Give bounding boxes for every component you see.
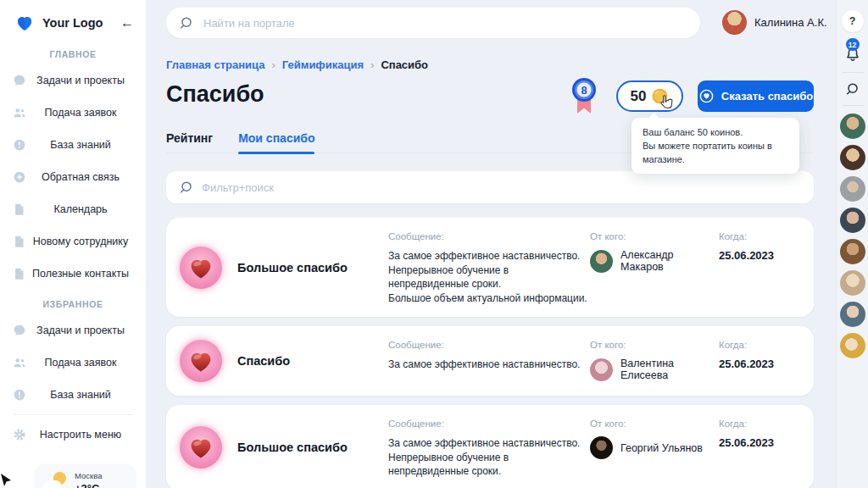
people-icon	[12, 105, 27, 120]
thanks-card[interactable]: Большое спасибо Сообщение: За самое эффе…	[166, 218, 814, 317]
section-label-main: ГЛАВНОЕ	[0, 49, 146, 59]
contact-avatar[interactable]	[840, 333, 865, 358]
sun-cloud-icon	[42, 472, 68, 488]
help-button[interactable]: ?	[842, 10, 864, 32]
thanks-date: 25.06.2023	[719, 358, 798, 370]
thanks-card[interactable]: Спасибо Сообщение: За самое эффективное …	[166, 326, 814, 396]
document-icon	[12, 266, 27, 281]
sidebar-fav-requests[interactable]: Подача заявок	[0, 347, 146, 379]
gear-icon	[12, 427, 27, 442]
sender-avatar[interactable]	[590, 358, 613, 381]
document-icon	[12, 234, 27, 249]
current-user-name: Калинина А.К.	[754, 16, 827, 29]
sender-avatar[interactable]	[590, 436, 613, 459]
breadcrumb-home[interactable]: Главная страница	[166, 58, 264, 71]
breadcrumb-current: Спасибо	[381, 58, 428, 71]
breadcrumb: Главная страница › Геймификация › Спасиб…	[166, 58, 428, 71]
logo-row: Your Logo ←	[0, 10, 146, 36]
sender-avatar[interactable]	[590, 250, 613, 273]
current-user[interactable]: Калинина А.К.	[722, 10, 827, 35]
brand-name: Your Logo	[42, 16, 120, 30]
sender-name: Георгий Ульянов	[620, 442, 703, 454]
contact-avatar[interactable]	[840, 239, 865, 264]
nav-favorites: Задачи и проекты Подача заявок База знан…	[0, 314, 146, 411]
heart-badge-icon	[178, 424, 224, 470]
rail-divider	[842, 72, 864, 73]
filter-search-input[interactable]	[166, 171, 814, 203]
plus-circle-icon	[12, 169, 27, 185]
notifications-badge: 12	[846, 38, 860, 51]
help-icon: ?	[849, 15, 856, 27]
contact-avatar[interactable]	[840, 302, 865, 327]
weather-widget[interactable]: Москва +2°C	[34, 463, 136, 488]
sidebar-item-menu-settings[interactable]: Настроить меню	[0, 419, 146, 451]
info-icon	[12, 137, 27, 152]
message-line: За самое эффективное наставничество.	[388, 249, 590, 263]
say-thanks-button[interactable]: Сказать спасибо	[698, 80, 814, 112]
brand-heart-icon	[14, 12, 36, 34]
balance-tooltip: Ваш баланс 50 коинов. Вы можете портатит…	[632, 118, 799, 174]
contact-avatar[interactable]	[840, 208, 865, 233]
sidebar-item-requests[interactable]: Подача заявок	[0, 97, 146, 129]
contact-avatar[interactable]	[840, 114, 865, 139]
sender-name: Валентина Елисеева	[620, 358, 719, 381]
people-icon	[12, 355, 27, 370]
right-rail: ? 12	[836, 0, 868, 488]
when-label: Когда:	[719, 231, 798, 241]
coin-balance-pill[interactable]: 50	[616, 80, 683, 112]
contact-avatar[interactable]	[840, 145, 865, 170]
message-line: За самое эффективное наставничество.	[388, 358, 590, 372]
sidebar-fav-tasks[interactable]: Задачи и проекты	[0, 314, 146, 347]
message-label: Сообщение:	[388, 419, 590, 429]
tab-my-thanks[interactable]: Мои спасибо	[238, 131, 314, 152]
sidebar-item-newcomer[interactable]: Новому сотруднику	[0, 225, 146, 258]
thanks-list: Большое спасибо Сообщение: За самое эффе…	[166, 218, 814, 488]
message-label: Сообщение:	[388, 340, 590, 350]
hand-pointer-cursor-icon	[657, 93, 676, 113]
tooltip-line-1: Ваш баланс 50 коинов.	[643, 125, 788, 139]
heart-circle-icon	[698, 88, 715, 104]
heart-badge-icon	[178, 245, 224, 291]
breadcrumb-gamification[interactable]: Геймификация	[282, 58, 364, 71]
thanks-card[interactable]: Большое спасибо Сообщение: За самое эффе…	[166, 405, 814, 488]
thanks-date: 25.06.2023	[719, 436, 798, 449]
sidebar-item-contacts[interactable]: Полезные контакты	[0, 258, 146, 290]
sidebar-item-feedback[interactable]: Обратная связь	[0, 161, 146, 193]
sidebar-collapse-icon[interactable]: ←	[120, 15, 134, 30]
tooltip-caret	[648, 113, 659, 124]
sidebar-item-calendar[interactable]: Календарь	[0, 193, 146, 225]
sidebar-fav-knowledge[interactable]: База знаний	[0, 379, 146, 411]
message-line: Непрерывное обучение в непредвиденные ср…	[388, 263, 590, 291]
tab-rating[interactable]: Рейтинг	[166, 131, 213, 152]
nav-main: Задачи и проекты Подача заявок База знан…	[0, 64, 146, 290]
sidebar-item-tasks[interactable]: Задачи и проекты	[0, 64, 146, 97]
sidebar: Your Logo ← ГЛАВНОЕ Задачи и проекты Под…	[0, 0, 146, 488]
chevron-right-icon: ›	[370, 58, 374, 71]
rail-search-icon[interactable]	[844, 80, 861, 97]
chat-icon	[12, 323, 27, 338]
message-label: Сообщение:	[388, 231, 590, 241]
from-label: От кого:	[590, 419, 719, 429]
portal-search-input[interactable]	[166, 8, 700, 38]
coin-balance-value: 50	[631, 88, 647, 105]
award-ribbon-badge[interactable]: 8	[570, 77, 598, 119]
chevron-right-icon: ›	[271, 58, 275, 71]
contact-avatar[interactable]	[840, 176, 865, 202]
thanks-date: 25.06.2023	[719, 249, 798, 262]
info-icon	[12, 387, 27, 402]
notifications-button[interactable]: 12	[843, 44, 862, 64]
sidebar-item-knowledge[interactable]: База знаний	[0, 129, 146, 161]
page-title: Спасибо	[166, 81, 264, 108]
search-icon	[178, 179, 195, 196]
thanks-title: Большое спасибо	[237, 261, 348, 274]
message-line: Непрерывное обучение в непредвиденные ср…	[388, 451, 590, 479]
contact-avatar[interactable]	[840, 270, 865, 296]
portal-search	[166, 8, 700, 38]
heart-badge-icon	[178, 338, 224, 384]
weather-temperature: +2°C	[75, 482, 102, 488]
current-user-avatar[interactable]	[722, 10, 747, 35]
tooltip-line-2: Вы можете портатить коины в магазине.	[643, 139, 788, 166]
message-line: За самое эффективное наставничество.	[388, 436, 590, 451]
from-label: От кого:	[590, 340, 719, 350]
section-label-favorites: ИЗБРАННОЕ	[0, 299, 146, 309]
